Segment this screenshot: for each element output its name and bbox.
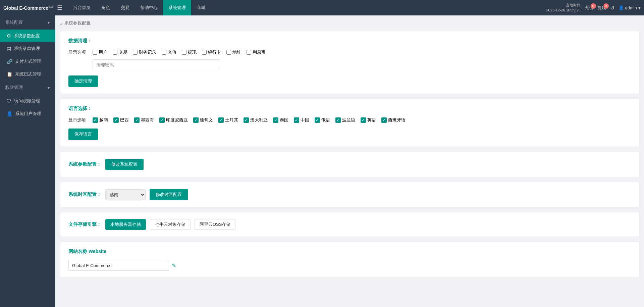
lang-thailand[interactable]: ✓ 泰国: [273, 117, 288, 123]
checkbox-recharge-input[interactable]: [162, 50, 166, 55]
clear-password-input[interactable]: [93, 59, 220, 70]
checked-icon: ✓: [218, 117, 224, 123]
checkbox-address-input[interactable]: [226, 50, 231, 55]
top-right-actions: 当地时间 2023-12-26 10:39:25 充值 0 提现 0 ↺ 👤 a…: [546, 3, 641, 13]
time-label: 当地时间: [546, 3, 580, 8]
save-language-button[interactable]: 保存语言: [68, 129, 98, 140]
time-value: 2023-12-26 10:39:25: [546, 8, 580, 13]
sidebar-item-menu-manage[interactable]: ▤ 系统菜单管理: [0, 42, 55, 55]
user-icon: 👤: [7, 111, 12, 116]
lang-polish[interactable]: ✓ 波兰语: [335, 117, 355, 123]
log-icon: 📋: [7, 71, 12, 77]
confirm-clear-row: 确定清理: [68, 75, 631, 87]
lang-vietnam[interactable]: ✓ 越南: [93, 117, 108, 123]
lang-mexico[interactable]: ✓ 墨西哥: [134, 117, 154, 123]
nav-item-help[interactable]: 帮助中心: [135, 0, 163, 15]
checkbox-transaction-input[interactable]: [113, 50, 117, 55]
nav-item-shop[interactable]: 商城: [191, 0, 211, 15]
timezone-select[interactable]: 越南 中国 美国 英国 日本: [105, 189, 146, 200]
checkbox-bank-card-input[interactable]: [202, 50, 207, 55]
nav-item-system[interactable]: 系统管理: [163, 0, 191, 15]
nav-item-transaction[interactable]: 交易: [115, 0, 135, 15]
sidebar-group-system-config[interactable]: 系统配置 ▾: [0, 15, 55, 30]
checkbox-withdraw[interactable]: 提现: [182, 49, 197, 55]
lang-label: 澳大利亚: [250, 117, 268, 123]
checkbox-user-input[interactable]: [93, 50, 97, 55]
lang-label: 巴西: [120, 117, 129, 123]
lang-australia[interactable]: ✓ 澳大利亚: [244, 117, 268, 123]
website-name-title: 网站名称 Website: [68, 249, 631, 255]
sidebar: 系统配置 ▾ ⚙ 系统参数配置 ▤ 系统菜单管理 🔗 支付方式管理 📋 系统日志…: [0, 15, 55, 307]
website-name-card: 网站名称 Website ✎: [60, 242, 639, 278]
checkbox-interest-input[interactable]: [247, 50, 251, 55]
checkbox-user[interactable]: 用户: [93, 49, 107, 55]
brand-name: Global E-Commerce: [3, 5, 48, 10]
sidebar-item-users[interactable]: 👤 系统用户管理: [0, 107, 55, 120]
storage-local-button[interactable]: 本地服务器存储: [105, 219, 146, 230]
lang-spanish[interactable]: ✓ 西班牙语: [381, 117, 406, 123]
timezone-title: 系统时区配置：: [68, 192, 101, 198]
lang-myanmar[interactable]: ✓ 缅甸文: [193, 117, 213, 123]
checked-icon: ✓: [335, 117, 341, 123]
lang-turkey[interactable]: ✓ 土耳其: [218, 117, 238, 123]
checked-icon: ✓: [93, 117, 98, 123]
lang-label: 波兰语: [342, 117, 355, 123]
language-card: 语言选择： 显示选项 ✓ 越南 ✓ 巴西 ✓ 墨西哥 ✓ 印度尼西亚: [60, 99, 639, 147]
brand-version: V16: [48, 5, 54, 8]
checkbox-withdraw-input[interactable]: [182, 50, 186, 55]
storage-aliyun-button[interactable]: 阿里云OSS存储: [195, 219, 235, 230]
website-edit-icon[interactable]: ✎: [172, 262, 176, 269]
nav-item-role[interactable]: 角色: [96, 0, 115, 15]
sidebar-item-payment[interactable]: 🔗 支付方式管理: [0, 55, 55, 68]
nav-item-dashboard[interactable]: 后台首页: [68, 0, 96, 15]
checkbox-finance-input[interactable]: [133, 50, 138, 55]
sidebar-item-log[interactable]: 📋 系统日志管理: [0, 68, 55, 81]
lang-label: 英语: [367, 117, 376, 123]
sidebar-item-label: 支付方式管理: [15, 58, 41, 64]
lang-russian[interactable]: ✓ 俄语: [315, 117, 330, 123]
timezone-card: 系统时区配置： 越南 中国 美国 英国 日本 修改时区配置: [60, 182, 639, 207]
sidebar-item-label: 系统参数配置: [14, 33, 40, 39]
storage-qiniu-button[interactable]: 七牛云对象存储: [150, 219, 191, 230]
checked-icon: ✓: [134, 117, 140, 123]
modify-timezone-button[interactable]: 修改时区配置: [150, 189, 188, 200]
lang-label: 墨西哥: [141, 117, 154, 123]
withdraw-button[interactable]: 提现 0: [597, 5, 606, 11]
file-storage-row: 文件存储引擎： 本地服务器存储 七牛云对象存储 阿里云OSS存储: [68, 219, 631, 230]
checkbox-recharge-label: 充值: [168, 49, 176, 55]
language-checkboxes: ✓ 越南 ✓ 巴西 ✓ 墨西哥 ✓ 印度尼西亚 ✓ 缅甸文: [93, 117, 406, 123]
checkbox-user-label: 用户: [99, 49, 107, 55]
confirm-clear-button[interactable]: 确定清理: [68, 75, 98, 87]
lang-label: 泰国: [280, 117, 288, 123]
checkbox-recharge[interactable]: 充值: [162, 49, 176, 55]
data-clear-checkboxes-row: 显示选项 用户 交易 财务记录 充值: [68, 49, 631, 55]
save-language-row: 保存语言: [68, 129, 631, 140]
breadcrumb-current: 系统参数配置: [64, 20, 91, 26]
admin-menu[interactable]: 👤 admin ▾: [619, 5, 641, 10]
display-options-label: 显示选项: [68, 49, 89, 55]
data-clear-card: 数据清理： 显示选项 用户 交易 财务记录 充值: [60, 31, 639, 94]
website-name-input[interactable]: [68, 260, 169, 271]
sidebar-item-access-control[interactable]: 🛡 访问权限管理: [0, 95, 55, 107]
checkbox-bank-card[interactable]: 银行卡: [202, 49, 221, 55]
lang-china[interactable]: ✓ 中国: [294, 117, 309, 123]
recharge-button[interactable]: 充值 0: [585, 5, 593, 11]
lang-label: 西班牙语: [388, 117, 406, 123]
lang-label: 印度尼西亚: [166, 117, 188, 123]
menu-toggle-icon[interactable]: ☰: [57, 4, 62, 11]
lang-indonesia[interactable]: ✓ 印度尼西亚: [159, 117, 188, 123]
lang-label: 俄语: [321, 117, 330, 123]
lang-brazil[interactable]: ✓ 巴西: [113, 117, 129, 123]
sidebar-item-label: 系统用户管理: [15, 111, 41, 117]
lang-english[interactable]: ✓ 英语: [361, 117, 376, 123]
checkbox-address[interactable]: 地址: [226, 49, 241, 55]
sidebar-item-system-params[interactable]: ⚙ 系统参数配置: [0, 30, 55, 42]
checkbox-interest[interactable]: 利息宝: [247, 49, 266, 55]
sidebar-group-permissions[interactable]: 权限管理 ▾: [0, 81, 55, 95]
lang-label: 越南: [99, 117, 108, 123]
checked-icon: ✓: [273, 117, 278, 123]
checkbox-finance[interactable]: 财务记录: [133, 49, 156, 55]
checkbox-transaction[interactable]: 交易: [113, 49, 127, 55]
refresh-icon[interactable]: ↺: [610, 5, 614, 11]
modify-system-config-button[interactable]: 修改系统配置: [105, 159, 144, 170]
